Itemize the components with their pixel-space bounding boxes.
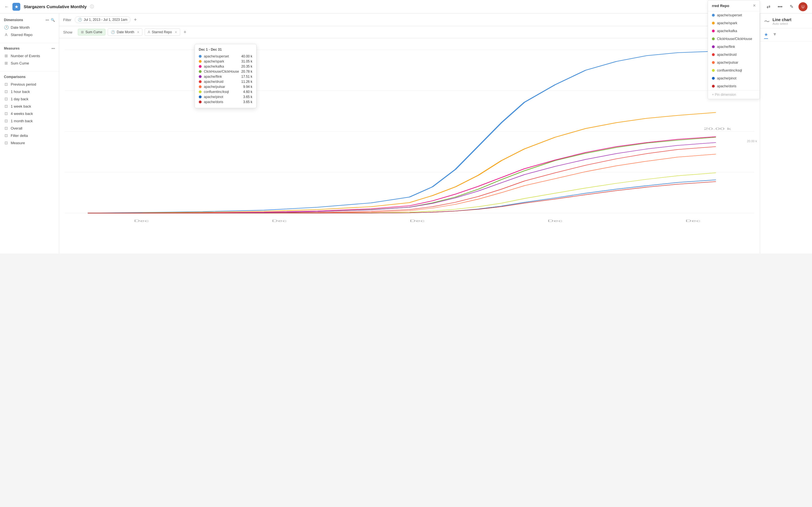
tooltip-label: apache/kafka	[204, 64, 239, 68]
measures-section: Measures ••• ⊞ Number of Events ⊞ Sum Cu…	[0, 45, 59, 67]
tooltip-row: confluentinc/ksql 4.60 k	[199, 89, 252, 94]
chart-area: 20.00 k	[59, 38, 760, 253]
dimensions-more-icon[interactable]: •••	[45, 18, 49, 22]
tooltip-title: Dec 1 - Dec 31	[199, 48, 252, 52]
app-icon: ★	[12, 3, 20, 11]
tooltip-row: apache/flink 17.51 k	[199, 74, 252, 79]
sidebar-item-measure[interactable]: ⊡ Measure	[0, 139, 59, 147]
dim-panel-item[interactable]: apache/druid	[708, 51, 760, 59]
tooltip-row: apache/superset 40.00 k	[199, 54, 252, 59]
tab-star[interactable]: ★	[764, 31, 768, 39]
sidebar-item-1-week-back[interactable]: ⊡ 1 week back	[0, 103, 59, 110]
date-month-icon: 🕐	[111, 30, 115, 34]
date-month-close[interactable]: ×	[137, 30, 139, 34]
sidebar-item-num-events[interactable]: ⊞ Number of Events	[0, 52, 59, 59]
comparisons-section: Comparisons ⊡ Previous period ⊡ 1 hour b…	[0, 74, 59, 147]
more-button[interactable]: •••	[775, 3, 784, 11]
avatar[interactable]: U	[799, 2, 808, 11]
dim-dot	[712, 22, 715, 24]
dim-panel-item[interactable]: apache/flink	[708, 43, 760, 51]
svg-text:Dec: Dec	[686, 219, 700, 223]
show-chip-sum-cume[interactable]: ⊞ Sum Cume	[78, 29, 105, 36]
dim-panel-close-button[interactable]: ×	[753, 3, 756, 8]
pin-dimension-button[interactable]: + Pin dimension	[708, 90, 760, 99]
sidebar-item-overall[interactable]: ⊡ Overall	[0, 124, 59, 132]
tooltip-label: apache/pinot	[204, 95, 241, 99]
sidebar-item-4-weeks-back[interactable]: ⊡ 4 weeks back	[0, 110, 59, 117]
sidebar-item-1-hour-back[interactable]: ⊡ 1 hour back	[0, 88, 59, 95]
dim-panel-items: apache/superset apache/spark apache/kafk…	[708, 11, 760, 90]
starred-repo-close[interactable]: ×	[175, 30, 177, 34]
dim-panel-item[interactable]: apache/spark	[708, 19, 760, 27]
dim-dot	[712, 45, 715, 48]
filter-date-chip[interactable]: 🕐 Jul 1, 2013 - Jul 1, 2023 1am	[75, 16, 131, 23]
tooltip-row: ClickHouse/ClickHouse 20.78 k	[199, 69, 252, 74]
chart-svg: 20.00 k	[65, 44, 754, 242]
tooltip-row: apache/doris 3.65 k	[199, 100, 252, 105]
tooltip-value: 17.51 k	[241, 75, 252, 78]
tooltip-label: apache/doris	[204, 100, 241, 104]
dim-item-label: apache/flink	[717, 45, 735, 49]
dim-panel-item[interactable]: apache/superset	[708, 11, 760, 19]
sidebar-item-date-month[interactable]: 🕐 Date Month	[0, 24, 59, 31]
dim-item-label: apache/superset	[717, 13, 742, 17]
right-panel: 〜 Line chart Auto select ★ ▼ rred Repo ×…	[760, 13, 812, 253]
sidebar-item-starred-repo[interactable]: A Starred Repo	[0, 31, 59, 38]
dim-panel-item[interactable]: apache/pinot	[708, 74, 760, 82]
dim-dot	[712, 30, 715, 33]
dim-panel-item[interactable]: apache/doris	[708, 82, 760, 90]
clock-icon: 🕐	[4, 25, 8, 30]
show-add-button[interactable]: +	[183, 29, 188, 35]
tooltip-label: confluentinc/ksql	[204, 90, 241, 94]
measure-icon-2: ⊞	[4, 61, 8, 65]
dim-item-label: apache/pulsar	[717, 61, 738, 64]
svg-text:Dec: Dec	[410, 219, 424, 223]
dim-panel-item[interactable]: confluentinc/ksql	[708, 66, 760, 74]
dimensions-actions[interactable]: ••• 🔍	[45, 18, 55, 22]
tab-filter[interactable]: ▼	[772, 31, 777, 39]
sidebar-item-filter-delta[interactable]: ⊡ Filter delta	[0, 132, 59, 139]
edit-button[interactable]: ✎	[788, 3, 796, 11]
tooltip-dot	[199, 55, 202, 58]
dimensions-search-icon[interactable]: 🔍	[51, 18, 55, 22]
sidebar-item-previous-period[interactable]: ⊡ Previous period	[0, 80, 59, 88]
dim-dot	[712, 53, 715, 56]
comparison-icon-3: ⊡	[4, 97, 8, 101]
measures-actions[interactable]: •••	[51, 47, 55, 50]
dim-panel-item[interactable]: apache/kafka	[708, 27, 760, 35]
measures-more-icon[interactable]: •••	[51, 47, 55, 50]
sidebar-item-sum-cume[interactable]: ⊞ Sum Cume	[0, 59, 59, 67]
chart-type-sub: Auto select	[772, 22, 808, 25]
filter-add-button[interactable]: +	[133, 17, 138, 23]
back-button[interactable]: ←	[4, 4, 9, 9]
dim-panel-item[interactable]: ClickHouse/ClickHouse	[708, 35, 760, 43]
tooltip-label: apache/pulsar	[204, 85, 241, 89]
tooltip-dot	[199, 80, 202, 83]
sidebar-item-1-month-back[interactable]: ⊡ 1 month back	[0, 117, 59, 124]
show-chip-date-month[interactable]: 🕐 Date Month ×	[108, 29, 142, 36]
sidebar-item-1-day-back[interactable]: ⊡ 1 day back	[0, 95, 59, 103]
tooltip-row: apache/kafka 20.35 k	[199, 64, 252, 69]
dim-item-label: confluentinc/ksql	[717, 68, 742, 72]
dim-panel-item[interactable]: apache/pulsar	[708, 59, 760, 66]
tooltip-dot	[199, 75, 202, 78]
tooltip-row: apache/druid 11.26 k	[199, 79, 252, 84]
y-axis-label: 20.00 k	[747, 139, 757, 143]
tooltip-label: apache/druid	[204, 80, 239, 83]
chart-type-selector[interactable]: 〜 Line chart Auto select	[760, 13, 812, 29]
comparison-icon-2: ⊡	[4, 89, 8, 94]
tooltip-value: 20.35 k	[241, 64, 252, 68]
comparison-icon-4: ⊡	[4, 104, 8, 108]
filter-clock-icon: 🕐	[78, 18, 82, 22]
svg-text:20.00 k: 20.00 k	[703, 127, 731, 131]
comparison-icon-6: ⊡	[4, 119, 8, 123]
show-chip-starred-repo[interactable]: A Starred Repo ×	[145, 29, 180, 36]
tooltip-value: 9.94 k	[243, 85, 252, 89]
comparison-icon-5: ⊡	[4, 111, 8, 116]
starred-repo-icon: A	[148, 30, 150, 34]
share-button[interactable]: ⇄	[764, 3, 772, 11]
tooltip-label: ClickHouse/ClickHouse	[204, 69, 239, 73]
dim-panel-header: rred Repo ×	[708, 0, 760, 11]
dim-item-label: apache/spark	[717, 21, 737, 25]
info-icon[interactable]: ⓘ	[90, 4, 94, 9]
